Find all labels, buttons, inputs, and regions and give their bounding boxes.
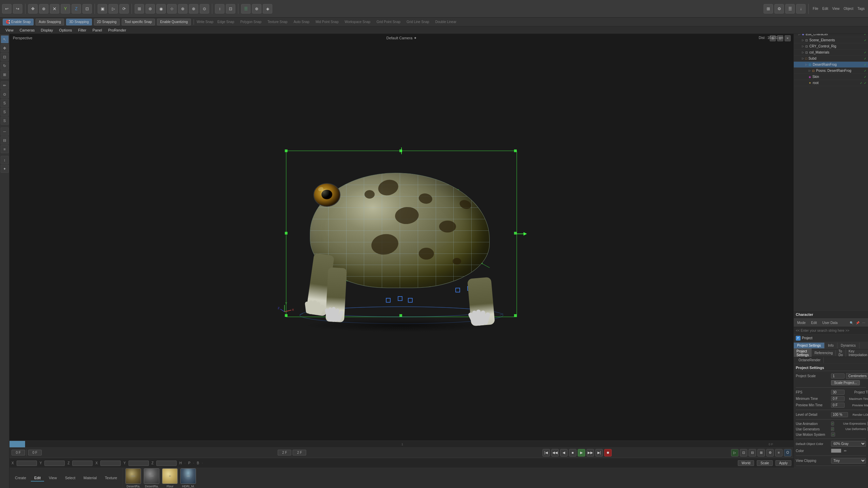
select-tool[interactable]: ↖ <box>1 35 9 43</box>
render-all-btn[interactable]: ⊞ <box>757 449 765 456</box>
tab-info[interactable]: Info <box>825 343 837 348</box>
world-btn[interactable]: World <box>738 460 754 466</box>
transform-icon[interactable]: ⊡ <box>82 4 92 14</box>
subtab-todo[interactable]: To Do <box>836 348 846 358</box>
tab-texture[interactable]: Texture <box>101 475 120 482</box>
field-icon[interactable]: ⊕ <box>189 4 198 14</box>
sculpt-tool-s3[interactable]: S <box>1 117 9 125</box>
z-pos-input[interactable] <box>72 461 93 466</box>
main-viewport[interactable]: Perspective Default Camera ✦ ⊞ ⊡ ✕ <box>9 34 793 447</box>
obj-item-posns[interactable]: ▷ ⊡ Posns: DesertRainFrog ✓ <box>794 68 868 74</box>
tab-select[interactable]: Select <box>62 475 79 482</box>
snapping-3d-btn[interactable]: 3D Snapping <box>66 19 92 25</box>
transform-tool-left[interactable]: ⊞ <box>1 70 9 79</box>
next-key-btn[interactable]: ▶▶ <box>587 449 594 456</box>
plugin-icon[interactable]: ↓ <box>796 4 806 14</box>
light-icon[interactable]: ⊡ <box>226 4 235 14</box>
y-rot-input[interactable] <box>129 461 149 466</box>
tab-edit[interactable]: Edit <box>31 475 44 482</box>
use-generators-checkbox[interactable]: ✓ <box>831 427 834 431</box>
z-axis[interactable]: Z <box>72 4 81 14</box>
prop-more-icon[interactable]: ⋯ <box>861 321 866 325</box>
obj-item-mat[interactable]: ▷ ⊡ col_Materials ✓ <box>794 49 868 56</box>
tags-menu[interactable]: Tags <box>856 7 866 11</box>
material-item-1[interactable]: DRF DesertRa. <box>144 468 159 488</box>
view-menu[interactable]: View <box>3 27 16 33</box>
view-clipping-select[interactable]: Tiny Small Medium Large <box>831 458 866 464</box>
edit-btn[interactable]: Edit <box>810 320 818 325</box>
y-pos-input[interactable] <box>44 461 65 466</box>
brush-tool[interactable]: ⊙ <box>1 90 9 98</box>
obj-item-subd[interactable]: ▷ □ Subd ✓ <box>794 56 868 62</box>
material-item-3[interactable]: HD HDRI_M. <box>180 468 196 488</box>
obj-item-rig[interactable]: ▷ ⊡ CRY_Control_Rig <box>794 43 868 49</box>
render-region-btn[interactable]: ⊟ <box>749 449 756 456</box>
octane-render-btn[interactable]: O <box>784 449 791 456</box>
render-settings[interactable]: ⟳ <box>119 4 129 14</box>
color-picker-btn[interactable]: ✏ <box>843 448 848 453</box>
hair-icon[interactable]: ◈ <box>263 4 272 14</box>
walk-tool[interactable]: ↕ <box>1 156 9 164</box>
move-tool[interactable]: ✥ <box>28 4 38 14</box>
scale-tool[interactable]: ⊕ <box>39 4 48 14</box>
scale-tool-left[interactable]: ⊡ <box>1 53 9 61</box>
filter-menu[interactable]: Filter <box>75 27 89 33</box>
prop-search-input[interactable] <box>796 329 866 332</box>
move-tool-left[interactable]: ✥ <box>1 44 9 52</box>
options-menu[interactable]: Options <box>56 27 75 33</box>
subtab-key-interp[interactable]: Key Interpolation <box>846 348 868 358</box>
subtab-referencing[interactable]: Referencing <box>812 350 836 356</box>
project-scale-input[interactable] <box>831 373 845 379</box>
spline-icon[interactable]: ⊕ <box>252 4 261 14</box>
obj-item-skin[interactable]: ◈ Skin ✓ <box>794 74 868 80</box>
bridge-tool[interactable]: ≡ <box>1 145 9 153</box>
go-end-btn[interactable]: ▶| <box>595 449 603 456</box>
render-view[interactable]: ▷ <box>108 4 118 14</box>
user-data-btn[interactable]: User Data <box>821 320 839 325</box>
render-btn[interactable]: ▷ <box>731 449 738 456</box>
scale-project-btn[interactable]: Scale Project... <box>831 380 860 385</box>
tab-view[interactable]: View <box>45 475 60 482</box>
record-btn[interactable]: ⏺ <box>604 449 612 456</box>
tab-material[interactable]: Material <box>80 475 100 482</box>
preview-render-btn[interactable]: ⊡ <box>740 449 747 456</box>
cylinder-icon[interactable]: ◉ <box>156 4 166 14</box>
render-settings-btn[interactable]: ⚙ <box>766 449 774 456</box>
tool-specific-btn[interactable]: Tool specific Snap <box>122 19 155 25</box>
character-icon[interactable]: ☰ <box>241 4 251 14</box>
tab-dynamics[interactable]: Dynamics <box>837 343 860 348</box>
subtab-proj-settings[interactable]: Project Settings <box>794 348 812 358</box>
fps-input[interactable] <box>831 390 845 395</box>
nurbs-icon[interactable]: ⊹ <box>167 4 177 14</box>
material-item-2[interactable]: Fl Flour <box>162 468 178 488</box>
panel-menu[interactable]: Panel <box>90 27 105 33</box>
measure-tool[interactable]: ✦ <box>1 165 9 173</box>
use-animation-checkbox[interactable]: ✓ <box>831 422 834 426</box>
subtab-octane[interactable]: OctaneRender <box>796 357 824 363</box>
render-config[interactable]: ☰ <box>785 4 795 14</box>
obj-item-scene[interactable]: ▷ ⊡ Scene_Elements ✓ <box>794 37 868 43</box>
obj-item-frog[interactable]: ▷ ⊡ DesertRainFrog ✓ <box>794 62 868 68</box>
edit-menu[interactable]: Edit <box>821 7 829 11</box>
layout-icon[interactable]: ⊞ <box>764 4 773 14</box>
redo-button[interactable]: ↪ <box>13 4 22 14</box>
x-rot-input[interactable] <box>100 461 121 466</box>
project-scale-unit-select[interactable]: Centimeters Meters Millimeters <box>846 373 868 379</box>
object-menu[interactable]: Object <box>842 7 855 11</box>
x-pos-input[interactable] <box>17 461 37 466</box>
display-menu[interactable]: Display <box>38 27 56 33</box>
z-rot-input[interactable] <box>156 461 177 466</box>
camera-icon[interactable]: ↕ <box>215 4 224 14</box>
y-axis[interactable]: Y <box>61 4 70 14</box>
enable-quantizing-btn[interactable]: Enable Quantizing <box>157 19 191 25</box>
obj-item-rootbone[interactable]: ✦ root ✓ ✓ <box>794 80 868 86</box>
rotate-tool[interactable]: ✕ <box>50 4 59 14</box>
auto-snapping-btn[interactable]: Auto Snapping <box>36 19 64 25</box>
default-color-select[interactable]: 60% Gray Random Custom <box>831 441 866 447</box>
snap-config[interactable]: ⚙ <box>774 4 784 14</box>
timeline-playhead[interactable] <box>9 441 25 447</box>
prorender-menu[interactable]: ProRender <box>105 27 129 33</box>
tab-project-settings[interactable]: Project Settings <box>794 343 825 348</box>
material-item-0[interactable]: DRF DesertRa. <box>125 468 141 488</box>
scale-btn[interactable]: Scale <box>757 460 773 466</box>
